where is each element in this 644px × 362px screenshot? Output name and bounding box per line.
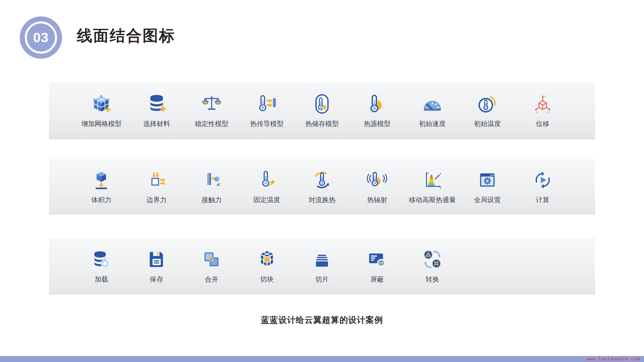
select-material-icon xyxy=(147,93,167,115)
icon-item-label: 初始速度 xyxy=(419,119,446,128)
icon-band-3: 加载 保存 合并 xyxy=(49,238,595,295)
icon-item-label: 屏蔽 xyxy=(370,275,384,284)
moving-gaussian-heat-flux-icon: z y x xyxy=(422,169,442,191)
svg-text:z: z xyxy=(428,171,429,174)
icon-item-label: 移动高斯热通量 xyxy=(409,195,456,204)
save-icon xyxy=(147,249,167,270)
badge-ring: 03 xyxy=(25,21,57,54)
icon-item-contact-force: 接触力 xyxy=(184,159,239,215)
add-mesh-model-icon xyxy=(91,93,111,115)
icon-band-2: 体积力 边界力 接触力 xyxy=(49,159,595,215)
icon-item-select-material: 选择材料 xyxy=(129,82,184,139)
icon-item-label: 边界力 xyxy=(147,195,167,204)
icon-item-label: 位移 xyxy=(536,119,549,128)
icon-item-convert: 转换 xyxy=(405,238,460,295)
icon-item-label: 热辐射 xyxy=(367,195,387,204)
icon-item-global-settings: 全局设置 xyxy=(460,159,515,215)
icon-item-label: 保存 xyxy=(150,275,163,284)
svg-text:x: x xyxy=(440,186,441,190)
icon-item-label: 转换 xyxy=(426,275,439,284)
thermal-radiation-icon xyxy=(367,169,387,191)
icon-item-gaussian-heat-flux: z y x 移动高斯热通量 xyxy=(405,159,460,215)
load-icon xyxy=(91,249,111,270)
icon-item-initial-temperature: 初始温度 xyxy=(460,82,515,139)
footer-url: www.lanlanwork.com xyxy=(587,356,640,362)
icon-item-body-force: 体积力 xyxy=(74,159,129,215)
icon-item-label: 固定温度 xyxy=(254,195,280,204)
icon-item-stability-model: 稳定性模型 xyxy=(184,82,239,139)
icon-item-boundary-force: 边界力 xyxy=(129,159,184,215)
icon-item-load: 加载 xyxy=(74,238,129,295)
convert-icon xyxy=(422,249,442,270)
icon-item-label: 热储存模型 xyxy=(305,119,339,128)
icon-item-fixed-temperature: 固定温度 xyxy=(239,159,294,215)
initial-velocity-icon xyxy=(422,93,442,115)
mask-icon xyxy=(367,249,387,270)
icon-item-displacement: z x y 位移 xyxy=(515,82,570,139)
section-number-badge: 03 xyxy=(20,16,62,59)
body-force-icon xyxy=(91,169,111,191)
icon-item-save: 保存 xyxy=(129,238,184,295)
icon-item-label: 热源模型 xyxy=(364,119,390,128)
icon-item-heat-conduction: 热传导模型 xyxy=(239,82,294,139)
icon-item-label: 体积力 xyxy=(91,195,111,204)
compute-icon xyxy=(533,169,553,191)
icon-item-compute: 计算 xyxy=(515,159,570,215)
displacement-icon: z x y xyxy=(533,93,553,115)
badge-number: 03 xyxy=(33,30,49,45)
svg-text:z: z xyxy=(544,95,546,98)
icon-item-add-mesh-model: 增加网格模型 xyxy=(74,82,129,139)
svg-text:x: x xyxy=(536,110,537,114)
fixed-temperature-icon xyxy=(257,169,277,191)
icon-item-label: 计算 xyxy=(536,195,549,204)
page-title: 线面结合图标 xyxy=(77,27,175,44)
icon-item-heat-source: 热源模型 xyxy=(350,82,405,139)
icon-item-label: 稳定性模型 xyxy=(195,119,228,128)
icon-item-label: 加载 xyxy=(95,275,108,284)
svg-text:y: y xyxy=(548,110,549,114)
icon-item-label: 切块 xyxy=(260,275,274,284)
contact-force-icon xyxy=(202,169,222,191)
initial-temperature-icon xyxy=(477,93,497,115)
icon-item-initial-velocity: 初始速度 xyxy=(405,82,460,139)
icon-item-merge: 合并 xyxy=(184,238,239,295)
merge-icon xyxy=(202,249,222,270)
icon-item-heat-storage: 热储存模型 xyxy=(294,82,350,139)
icon-item-label: 初始温度 xyxy=(474,119,501,128)
icon-item-label: 对流换热 xyxy=(309,195,335,204)
global-settings-icon xyxy=(477,169,497,191)
heat-storage-model-icon xyxy=(312,93,332,115)
icon-item-label: 选择材料 xyxy=(143,119,170,128)
svg-text:y: y xyxy=(439,172,441,175)
stability-model-icon xyxy=(202,93,222,115)
icon-item-thermal-radiation: 热辐射 xyxy=(350,159,405,215)
icon-item-label: 接触力 xyxy=(202,195,222,204)
caption-text: 蓝蓝设计给云翼超算的设计案例 xyxy=(0,314,644,325)
icon-item-cut-block: 切块 xyxy=(239,238,294,295)
cut-block-icon xyxy=(257,249,277,270)
icon-item-label: 热传导模型 xyxy=(250,119,284,128)
icon-item-slice: 切片 xyxy=(294,238,350,295)
heat-conduction-model-icon xyxy=(257,93,277,115)
icon-band-1: 增加网格模型 选择材料 xyxy=(49,82,595,139)
icon-item-label: 切片 xyxy=(315,275,329,284)
icon-item-label: 增加网格模型 xyxy=(81,119,121,128)
icon-item-convection: 对流换热 xyxy=(294,159,350,215)
convection-heat-exchange-icon xyxy=(312,169,332,191)
boundary-force-icon xyxy=(147,169,167,191)
slice-icon xyxy=(312,249,332,270)
icon-item-label: 合并 xyxy=(205,275,218,284)
footer-bar xyxy=(0,356,644,362)
icon-item-mask: 屏蔽 xyxy=(350,238,405,295)
heat-source-model-icon xyxy=(367,93,387,115)
icon-item-label: 全局设置 xyxy=(474,195,501,204)
